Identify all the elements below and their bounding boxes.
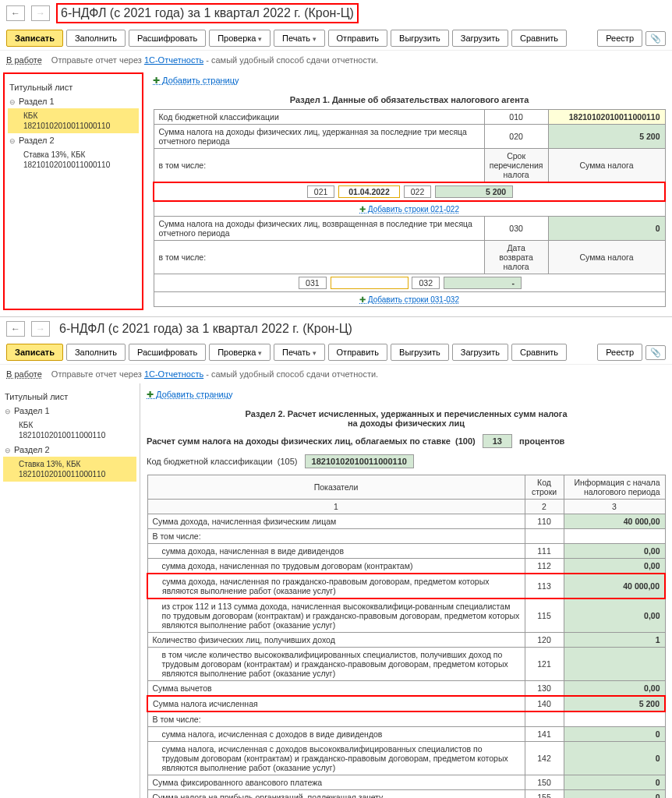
row-021-022: 021 01.04.2022 022 5 200 — [154, 182, 665, 201]
attach-icon[interactable]: 📎 — [645, 31, 666, 46]
table-row: сумма дохода, начисленная в виде дивиден… — [147, 544, 665, 559]
nav-fwd[interactable]: → — [31, 5, 50, 21]
date-031[interactable] — [331, 277, 409, 289]
table-row: Сумма дохода, начисленная физическим лиц… — [147, 514, 665, 529]
nav-tree-2: Титульный лист ⊖Раздел 1 КБК182101020100… — [0, 383, 140, 798]
kbk-line: Код бюджетной классификации (105) 182101… — [147, 454, 666, 468]
reporting-link-2[interactable]: 1С-Отчетность — [144, 369, 203, 379]
tree-section1-2[interactable]: ⊖Раздел 1 — [3, 404, 136, 418]
page-title: 6-НДФЛ (с 2021 года) за 1 квартал 2022 г… — [56, 3, 359, 23]
export-button[interactable]: Выгрузить — [391, 30, 449, 47]
table-row: в том числе количество высококвалифициро… — [147, 648, 665, 681]
add-page-link[interactable]: Добавить страницу — [153, 76, 239, 86]
nav-back-2[interactable]: ← — [6, 321, 25, 337]
compare-button[interactable]: Сравнить — [511, 30, 567, 47]
table-row: В том числе: — [147, 711, 665, 727]
import-button-2[interactable]: Загрузить — [452, 344, 508, 361]
rate-value: 13 — [483, 434, 512, 448]
table-row: из строк 112 и 113 сумма дохода, начисле… — [147, 598, 665, 633]
table-row: Сумма налога исчисленная1405 200 — [147, 696, 665, 711]
table-row: сумма дохода, начисленная по гражданско-… — [147, 574, 665, 598]
tree-title-sheet-2[interactable]: Титульный лист — [3, 390, 136, 404]
date-021[interactable]: 01.04.2022 — [338, 185, 400, 198]
tree-rate2-2[interactable]: Ставка 13%, КБК18210102010011000110 — [3, 457, 136, 482]
export-button-2[interactable]: Выгрузить — [391, 344, 449, 361]
page-title-2: 6-НДФЛ (с 2021 года) за 1 квартал 2022 г… — [56, 320, 355, 337]
status-badge[interactable]: В работе — [6, 55, 42, 65]
tree-kbk1[interactable]: КБК18210102010011000110 — [8, 108, 139, 133]
section1-title: Раздел 1. Данные об обязательствах налог… — [153, 95, 666, 104]
registry-button[interactable]: Реестр — [597, 30, 642, 47]
table-row: Сумма налога на прибыль организаций, под… — [147, 790, 665, 799]
save-button[interactable]: Записать — [6, 30, 63, 47]
add-page-link-2[interactable]: Добавить страницу — [147, 390, 233, 400]
save-button-2[interactable]: Записать — [6, 344, 63, 361]
decode-button-2[interactable]: Расшифровать — [129, 344, 206, 361]
table-row: сумма дохода, начисленная по трудовым до… — [147, 559, 665, 574]
print-button[interactable]: Печать — [274, 30, 325, 47]
add-021-link[interactable]: Добавить строки 021-022 — [359, 205, 459, 214]
tree-section2[interactable]: ⊖Раздел 2 — [8, 133, 139, 147]
decode-button[interactable]: Расшифровать — [129, 30, 206, 47]
tree-section2-2[interactable]: ⊖Раздел 2 — [3, 443, 136, 457]
import-button[interactable]: Загрузить — [452, 30, 508, 47]
kbk-value[interactable]: 18210102010011000110 — [548, 110, 665, 125]
add-031-link[interactable]: Добавить строки 031-032 — [359, 295, 459, 304]
print-button-2[interactable]: Печать — [274, 344, 325, 361]
check-button[interactable]: Проверка — [209, 30, 271, 47]
status-badge-2[interactable]: В работе — [6, 369, 42, 379]
tree-kbk1-2[interactable]: КБК18210102010011000110 — [3, 418, 136, 443]
send-button-2[interactable]: Отправить — [328, 344, 388, 361]
fill-button[interactable]: Заполнить — [66, 30, 126, 47]
section2-title: Раздел 2. Расчет исчисленных, удержанных… — [147, 409, 666, 428]
check-button-2[interactable]: Проверка — [209, 344, 271, 361]
registry-button-2[interactable]: Реестр — [597, 344, 642, 361]
table-row: сумма налога, исчисленная с доходов высо… — [147, 742, 665, 775]
nav-fwd-2[interactable]: → — [31, 321, 50, 337]
table-row: Сумма фиксированного авансового платежа1… — [147, 775, 665, 790]
tree-section1[interactable]: ⊖Раздел 1 — [8, 94, 139, 108]
send-button[interactable]: Отправить — [328, 30, 388, 47]
attach-icon-2[interactable]: 📎 — [645, 345, 666, 360]
kbk-105: 18210102010011000110 — [305, 454, 414, 468]
tree-title-sheet[interactable]: Титульный лист — [8, 80, 139, 94]
nav-tree: Титульный лист ⊖Раздел 1 КБК182101020100… — [3, 72, 143, 310]
table-row: сумма налога, исчисленная с доходов в ви… — [147, 727, 665, 742]
reporting-link[interactable]: 1С-Отчетность — [144, 55, 203, 65]
table-row: В том числе: — [147, 529, 665, 544]
tree-rate2[interactable]: Ставка 13%, КБК18210102010011000110 — [8, 147, 139, 172]
table-row: Сумма вычетов1300,00 — [147, 681, 665, 697]
section1-table: Код бюджетной классификации0101821010201… — [153, 109, 666, 307]
compare-button-2[interactable]: Сравнить — [511, 344, 567, 361]
table-row: Количество физических лиц, получивших до… — [147, 633, 665, 648]
nav-back[interactable]: ← — [6, 5, 25, 21]
fill-button-2[interactable]: Заполнить — [66, 344, 126, 361]
section2-table: ПоказателиКод строкиИнформация с начала … — [147, 475, 666, 798]
rate-line: Расчет сумм налога на доходы физических … — [147, 434, 666, 448]
